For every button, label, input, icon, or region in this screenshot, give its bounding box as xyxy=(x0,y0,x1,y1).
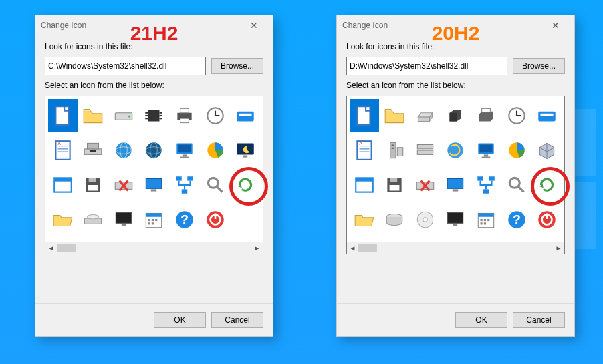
drive-3d-icon[interactable] xyxy=(410,99,440,132)
monitor2-icon[interactable] xyxy=(441,168,471,202)
monitor3-icon[interactable] xyxy=(441,203,471,236)
help-icon[interactable] xyxy=(170,203,199,236)
globe-ie-icon[interactable] xyxy=(441,134,471,167)
folder-icon[interactable] xyxy=(79,99,108,132)
monitor-icon[interactable] xyxy=(471,134,501,167)
run-icon[interactable] xyxy=(532,99,562,132)
document-icon[interactable] xyxy=(350,99,379,132)
horizontal-scrollbar[interactable]: ◄ ► xyxy=(347,242,564,254)
icon-list: ◄ ► xyxy=(45,96,263,254)
tower-icon[interactable] xyxy=(380,134,410,167)
look-for-icons-label: Look for icons in this file: xyxy=(45,42,263,51)
clock-icon[interactable] xyxy=(201,99,230,132)
floppy-icon[interactable] xyxy=(79,168,108,202)
drive-round-icon[interactable] xyxy=(380,203,410,236)
search-icon[interactable] xyxy=(502,168,531,202)
run-icon[interactable] xyxy=(231,99,260,132)
browse-button[interactable]: Browse... xyxy=(513,58,565,74)
ok-button[interactable]: OK xyxy=(455,312,507,328)
drive-x-icon[interactable] xyxy=(109,168,138,202)
network-icon[interactable] xyxy=(170,168,199,202)
cube-icon[interactable] xyxy=(532,134,562,167)
folder-open-icon[interactable] xyxy=(350,203,379,236)
scroll-thumb[interactable] xyxy=(57,244,76,252)
network-icon[interactable] xyxy=(471,168,501,202)
close-icon[interactable]: ✕ xyxy=(241,15,267,35)
look-for-icons-label: Look for icons in this file: xyxy=(346,42,565,51)
scroll-thumb[interactable] xyxy=(358,244,377,252)
chart-icon[interactable] xyxy=(502,134,531,167)
titlebar[interactable]: Change Icon ✕ xyxy=(337,15,574,35)
change-icon-dialog-20h2: Change Icon ✕ 20H2 Look for icons in thi… xyxy=(336,15,575,337)
close-icon[interactable]: ✕ xyxy=(542,15,569,35)
icon-path-input[interactable] xyxy=(45,57,206,75)
help-icon[interactable] xyxy=(502,203,531,236)
document-icon[interactable] xyxy=(48,99,78,132)
chip-3d-icon[interactable] xyxy=(441,99,471,132)
change-icon-dialog-21h2: Change Icon ✕ 21H2 Look for icons in thi… xyxy=(35,15,273,337)
cancel-button[interactable]: Cancel xyxy=(513,312,565,328)
folder-open-icon[interactable] xyxy=(48,203,78,236)
refresh-icon[interactable] xyxy=(231,168,260,202)
cd-drive-icon[interactable] xyxy=(79,203,108,236)
select-icon-label: Select an icon from the list below: xyxy=(346,81,565,90)
browse-button[interactable]: Browse... xyxy=(211,58,263,74)
monitor-icon[interactable] xyxy=(170,134,199,167)
scroll-left-icon[interactable]: ◄ xyxy=(45,242,57,254)
floppy-drive-icon[interactable] xyxy=(79,134,108,167)
refresh-icon[interactable] xyxy=(532,168,562,202)
select-icon-label: Select an icon from the list below: xyxy=(45,81,263,90)
drive-stack-icon[interactable] xyxy=(410,134,440,167)
monitor2-icon[interactable] xyxy=(140,168,169,202)
drive-icon[interactable] xyxy=(109,99,138,132)
ok-button[interactable]: OK xyxy=(154,312,206,328)
icon-list: ◄ ► xyxy=(346,96,565,254)
cd-icon[interactable] xyxy=(410,203,440,236)
folder-icon[interactable] xyxy=(380,99,410,132)
monitor3-icon[interactable] xyxy=(109,203,138,236)
titlebar[interactable]: Change Icon ✕ xyxy=(35,15,273,35)
printer-icon[interactable] xyxy=(170,99,199,132)
scroll-right-icon[interactable]: ► xyxy=(251,242,263,254)
chart-icon[interactable] xyxy=(201,134,230,167)
power-icon[interactable] xyxy=(532,203,562,236)
calendar-icon[interactable] xyxy=(471,203,501,236)
printer-3d-icon[interactable] xyxy=(471,99,501,132)
globe-blue-icon[interactable] xyxy=(109,134,138,167)
calendar-icon[interactable] xyxy=(140,203,169,236)
window-icon[interactable] xyxy=(350,168,379,202)
scroll-left-icon[interactable]: ◄ xyxy=(347,242,358,254)
window-icon[interactable] xyxy=(48,168,78,202)
document-lines-icon[interactable] xyxy=(48,134,78,167)
horizontal-scrollbar[interactable]: ◄ ► xyxy=(45,242,263,254)
chip-icon[interactable] xyxy=(140,99,169,132)
sleep-monitor-icon[interactable] xyxy=(231,134,260,167)
document-lines-icon[interactable] xyxy=(350,134,379,167)
icon-path-input[interactable] xyxy=(346,57,507,75)
search-icon[interactable] xyxy=(201,168,230,202)
clock-icon[interactable] xyxy=(502,99,531,132)
blank-icon[interactable] xyxy=(231,203,260,236)
scroll-right-icon[interactable]: ► xyxy=(553,242,564,254)
dialog-title: Change Icon xyxy=(41,21,241,30)
floppy-icon[interactable] xyxy=(380,168,410,202)
cancel-button[interactable]: Cancel xyxy=(211,312,263,328)
globe-dark-icon[interactable] xyxy=(140,134,169,167)
power-icon[interactable] xyxy=(201,203,230,236)
drive-x-icon[interactable] xyxy=(410,168,440,202)
dialog-title: Change Icon xyxy=(342,21,542,30)
